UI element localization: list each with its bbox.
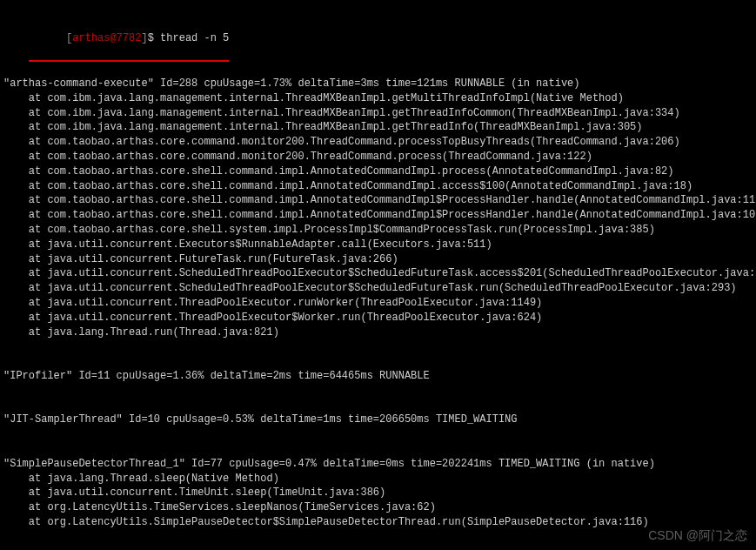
stack-line: at java.util.concurrent.ThreadPoolExecut… — [3, 311, 753, 325]
stack-line: at com.ibm.java.lang.management.internal… — [3, 91, 753, 106]
prompt-at: @ — [110, 32, 116, 44]
stack-line: at java.lang.Thread.run(Thread.java:821) — [3, 325, 753, 340]
stack-line: at com.taobao.arthas.core.command.monito… — [3, 150, 753, 164]
stack-line: at com.ibm.java.lang.management.internal… — [3, 106, 753, 121]
stack-line: at java.util.concurrent.ScheduledThreadP… — [3, 281, 753, 296]
stack-line: at java.util.concurrent.ThreadPoolExecut… — [3, 296, 753, 311]
stack-line: at org.LatencyUtils.SimplePauseDetector$… — [3, 515, 753, 530]
blank-line — [3, 354, 753, 369]
blank-line — [3, 544, 753, 550]
stack-line: at com.taobao.arthas.core.shell.system.i… — [3, 223, 753, 238]
thread-block-1: "IProfiler" Id=11 cpuUsage=1.36% deltaTi… — [3, 369, 753, 384]
blank-line — [3, 384, 753, 399]
thread-block-3: "SimplePauseDetectorThread_1" Id=77 cpuU… — [3, 457, 753, 530]
watermark-text: CSDN @阿门之恋 — [648, 527, 747, 545]
blank-line — [3, 530, 753, 545]
thread-header: "SimplePauseDetectorThread_1" Id=77 cpuU… — [3, 457, 753, 472]
stack-line: at com.taobao.arthas.core.command.monito… — [3, 135, 753, 150]
thread-block-0: "arthas-command-execute" Id=288 cpuUsage… — [3, 77, 753, 339]
prompt-dollar: $ — [148, 32, 154, 44]
stack-line: at java.util.concurrent.Executors$Runnab… — [3, 238, 753, 252]
blank-line — [3, 399, 753, 413]
command-input[interactable]: thread -n 5 — [160, 32, 229, 44]
thread-header: "IProfiler" Id=11 cpuUsage=1.36% deltaTi… — [3, 369, 753, 384]
blank-line — [3, 442, 753, 457]
stack-line: at com.taobao.arthas.core.shell.command.… — [3, 164, 753, 179]
terminal-output[interactable]: [arthas@7782]$ thread -n 5 "arthas-comma… — [3, 2, 753, 550]
stack-line: at java.util.concurrent.TimeUnit.sleep(T… — [3, 486, 753, 500]
thread-block-2: "JIT-SamplerThread" Id=10 cpuUsage=0.53%… — [3, 412, 753, 427]
stack-line: at com.taobao.arthas.core.shell.command.… — [3, 193, 753, 208]
stack-line: at com.taobao.arthas.core.shell.command.… — [3, 179, 753, 194]
prompt-close-bracket: ] — [141, 32, 147, 44]
thread-header: "arthas-command-execute" Id=288 cpuUsage… — [3, 77, 753, 91]
stack-line: at java.lang.Thread.sleep(Native Method) — [3, 472, 753, 486]
prompt-line[interactable]: [arthas@7782]$ thread -n 5 — [3, 2, 753, 77]
blank-line — [3, 427, 753, 442]
stack-line: at com.taobao.arthas.core.shell.command.… — [3, 208, 753, 223]
thread-header: "JIT-SamplerThread" Id=10 cpuUsage=0.53%… — [3, 412, 753, 427]
stack-line: at java.util.concurrent.FutureTask.run(F… — [3, 252, 753, 267]
blank-line — [3, 339, 753, 354]
prompt-host: 7782 — [117, 32, 142, 44]
prompt-user: arthas — [72, 32, 110, 44]
stack-line: at java.util.concurrent.ScheduledThreadP… — [3, 266, 753, 281]
stack-line: at org.LatencyUtils.TimeServices.sleepNa… — [3, 500, 753, 515]
stack-line: at com.ibm.java.lang.management.internal… — [3, 120, 753, 135]
